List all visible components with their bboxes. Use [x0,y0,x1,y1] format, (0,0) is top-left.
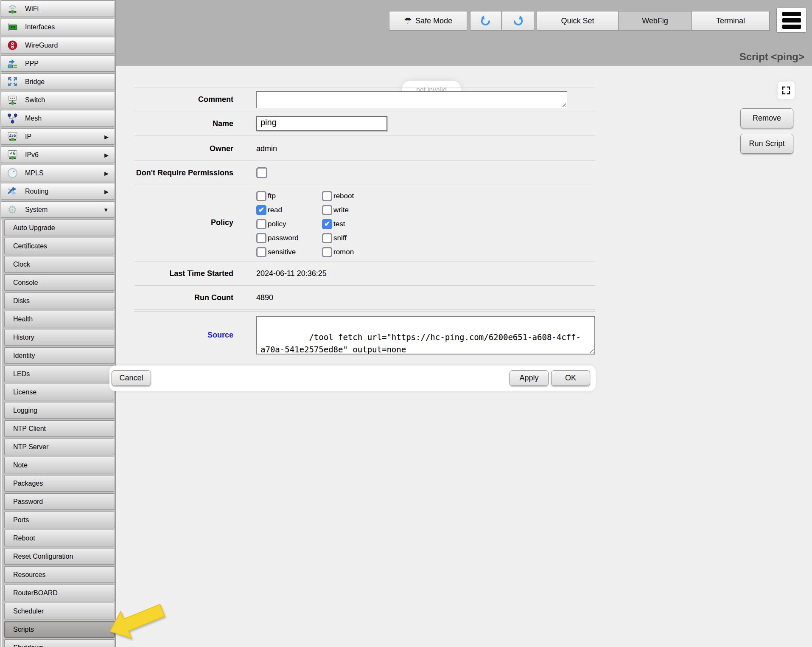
policy-checkbox-reboot[interactable] [322,191,332,201]
chevron-right-icon: ▶ [104,188,109,194]
sidebar-item-reset-configuration[interactable]: Reset Configuration [4,548,115,565]
sidebar-item-password[interactable]: Password [4,493,115,510]
source-textarea[interactable]: /tool fetch url="https://hc-ping.com/620… [256,316,595,354]
quick-set-tab[interactable]: Quick Set [537,11,619,31]
sidebar-item-label: Routing [25,188,48,195]
sidebar-item-leds[interactable]: LEDs [4,366,115,382]
chevron-right-icon: ▶ [104,133,109,140]
sidebar-item-ppp[interactable]: PPP [1,55,115,72]
policy-checkbox-label: sensitive [268,248,296,256]
sidebar-item-scripts[interactable]: Scripts [4,621,115,638]
policy-checkbox-write[interactable] [322,205,332,215]
policy-option-sensitive: sensitive [256,247,322,257]
sidebar-item-shutdown[interactable]: Shutdown [4,639,115,647]
sidebar-item-mpls[interactable]: MPLS▶ [1,165,115,181]
sidebar-item-label: License [13,388,36,396]
policy-option-read: ✔read [256,205,322,215]
sidebar-item-resources[interactable]: Resources [4,566,115,583]
sidebar-item-console[interactable]: Console [4,274,115,291]
sidebar-item-history[interactable]: History [4,329,115,346]
policy-row: Policy ftpreboot✔readwritepolicy✔testpas… [134,185,595,260]
comment-row: Comment [134,87,595,112]
sidebar-item-label: RouterBOARD [13,589,58,597]
sidebar-item-routing[interactable]: Routing▶ [1,183,115,200]
sidebar-item-certificates[interactable]: Certificates [4,238,115,254]
sidebar-item-scheduler[interactable]: Scheduler [4,603,115,619]
chevron-right-icon: ▶ [104,152,109,158]
remove-button[interactable]: Remove [740,108,793,128]
chevron-right-icon: ▶ [104,170,109,176]
sidebar-item-label: Console [13,279,38,287]
redo-icon [512,14,524,27]
action-bar: Cancel Apply OK [109,366,596,391]
sidebar-item-ntp-server[interactable]: NTP Server [4,439,115,455]
sidebar-item-switch[interactable]: Switch [1,92,115,108]
policy-checkbox-label: sniff [333,234,347,242]
last-time-started-value: 2024-06-11 20:36:25 [256,269,327,278]
hamburger-icon [782,12,801,16]
redo-button[interactable] [502,11,534,31]
apply-button[interactable]: Apply [510,370,549,386]
policy-option-sniff: sniff [322,233,394,243]
sidebar-item-label: Certificates [13,242,47,250]
policy-checkbox-label: read [268,206,282,214]
sidebar-item-label: Auto Upgrade [13,224,55,232]
sidebar-item-note[interactable]: Note [4,457,115,473]
sidebar-item-label: WiFi [25,5,39,13]
sidebar-item-system[interactable]: ⚙System▼ [1,201,115,218]
policy-checkbox-read[interactable]: ✔ [256,205,266,215]
dont-require-permissions-checkbox[interactable] [256,167,267,178]
sidebar-item-license[interactable]: License [4,384,115,400]
comment-label: Comment [134,95,233,104]
run-script-button[interactable]: Run Script [740,134,793,154]
sidebar-item-packages[interactable]: Packages [4,475,115,492]
sidebar-item-logging[interactable]: Logging [4,402,115,419]
sidebar-item-reboot[interactable]: Reboot [4,530,115,546]
sidebar-item-ip[interactable]: 255IP▶ [1,128,115,145]
policy-checkbox-sensitive[interactable] [256,247,266,257]
sidebar-item-auto-upgrade[interactable]: Auto Upgrade [4,219,115,236]
undo-button[interactable] [470,11,501,31]
policy-checkbox-label: write [333,206,349,214]
sidebar-item-disks[interactable]: Disks [4,293,115,309]
sidebar-item-label: NTP Server [13,443,48,451]
sidebar-item-identity[interactable]: Identity [4,347,115,364]
sidebar-item-wireguard[interactable]: WireGuard [1,37,115,53]
sidebar-item-health[interactable]: Health [4,311,115,327]
policy-checkbox-romon[interactable] [322,247,332,257]
owner-value: admin [256,144,277,153]
sidebar-item-label: System [25,206,48,214]
resize-grip-icon[interactable] [588,347,594,353]
comment-input[interactable] [256,91,567,108]
run-count-value: 4890 [256,293,273,302]
policy-checkbox-password[interactable] [256,233,266,243]
safe-mode-button[interactable]: ☂ Safe Mode [389,11,467,31]
sidebar-item-bridge[interactable]: Bridge [1,73,115,90]
sidebar-item-mesh[interactable]: Mesh [1,110,115,127]
menu-button[interactable] [776,8,806,33]
policy-checkbox-test[interactable]: ✔ [322,219,332,229]
sidebar-item-interfaces[interactable]: Interfaces [1,19,115,35]
policy-checkbox-policy[interactable] [256,219,266,229]
cancel-button[interactable]: Cancel [112,370,151,386]
sidebar-item-label: Scripts [13,626,34,633]
policy-checkbox-label: reboot [333,192,354,200]
sidebar-item-ntp-client[interactable]: NTP Client [4,420,115,437]
ok-button[interactable]: OK [551,370,590,386]
svg-text:255: 255 [9,133,16,138]
sidebar-item-routerboard[interactable]: RouterBOARD [4,585,115,601]
sidebar-item-label: Note [13,461,28,469]
resize-grip-icon[interactable] [560,101,566,107]
sidebar-item-wifi[interactable]: WiFi [1,0,115,17]
policy-checkbox-ftp[interactable] [256,191,266,201]
policy-checkbox-label: password [268,234,299,242]
sidebar-item-ports[interactable]: Ports [4,512,115,528]
sidebar-item-label: Logging [13,407,37,414]
name-input[interactable]: ping [256,116,387,131]
webfig-tab[interactable]: WebFig [618,11,692,31]
sidebar-item-clock[interactable]: Clock [4,256,115,273]
sidebar-item-ipv6[interactable]: 6IPv6▶ [1,146,115,163]
policy-checkbox-sniff[interactable] [322,233,332,243]
terminal-tab[interactable]: Terminal [692,11,770,31]
fullscreen-button[interactable] [778,82,795,99]
